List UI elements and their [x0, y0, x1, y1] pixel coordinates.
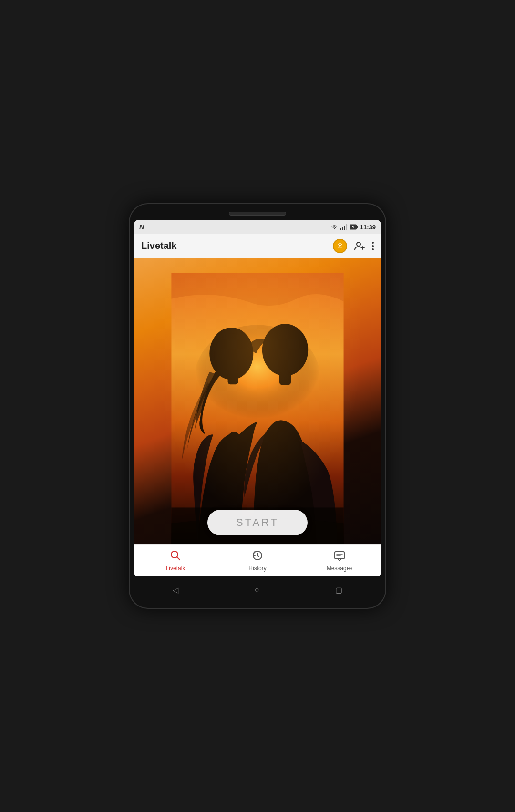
nav-label-messages: Messages — [327, 565, 353, 572]
home-button[interactable]: ○ — [255, 586, 259, 594]
svg-rect-0 — [340, 228, 341, 230]
hero-area: START — [134, 258, 381, 544]
back-button[interactable]: ◁ — [173, 586, 178, 595]
search-icon — [170, 550, 181, 564]
phone-screen: N G — [134, 220, 381, 576]
recents-button[interactable]: ▢ — [335, 586, 342, 595]
nav-label-history: History — [248, 565, 266, 572]
svg-rect-6 — [357, 226, 358, 228]
network-icon: N — [139, 223, 144, 231]
status-left: N — [139, 223, 144, 231]
status-bar: N G — [134, 220, 381, 234]
more-options-button[interactable] — [372, 242, 374, 250]
history-icon — [252, 550, 263, 564]
svg-line-20 — [177, 557, 180, 560]
nav-item-livetalk[interactable]: Livetalk — [134, 550, 216, 572]
status-time: 11:39 — [360, 224, 376, 231]
bottom-nav: Livetalk History — [134, 544, 381, 576]
svg-rect-22 — [335, 552, 344, 559]
status-right: G 11:39 — [330, 224, 376, 231]
app-bar: Livetalk © — [134, 234, 381, 258]
phone-speaker — [229, 212, 286, 216]
signal-icon: G — [340, 224, 348, 230]
nav-label-livetalk: Livetalk — [166, 565, 185, 572]
phone-frame: N G — [129, 203, 386, 609]
nav-item-messages[interactable]: Messages — [299, 550, 381, 572]
add-person-button[interactable] — [354, 240, 365, 252]
svg-text:G: G — [346, 224, 348, 227]
coin-button[interactable]: © — [333, 239, 347, 253]
svg-point-8 — [357, 242, 360, 246]
messages-icon — [334, 550, 345, 564]
svg-rect-2 — [344, 226, 345, 230]
svg-rect-1 — [342, 227, 343, 230]
app-bar-actions: © — [333, 239, 374, 253]
nav-item-history[interactable]: History — [216, 550, 299, 572]
battery-icon — [350, 224, 358, 230]
app-title: Livetalk — [141, 240, 333, 251]
android-nav: ◁ ○ ▢ — [134, 579, 381, 600]
wifi-icon — [330, 224, 338, 230]
hero-gradient-overlay — [134, 258, 381, 544]
hero-background — [134, 258, 381, 544]
start-button[interactable]: START — [207, 510, 308, 535]
